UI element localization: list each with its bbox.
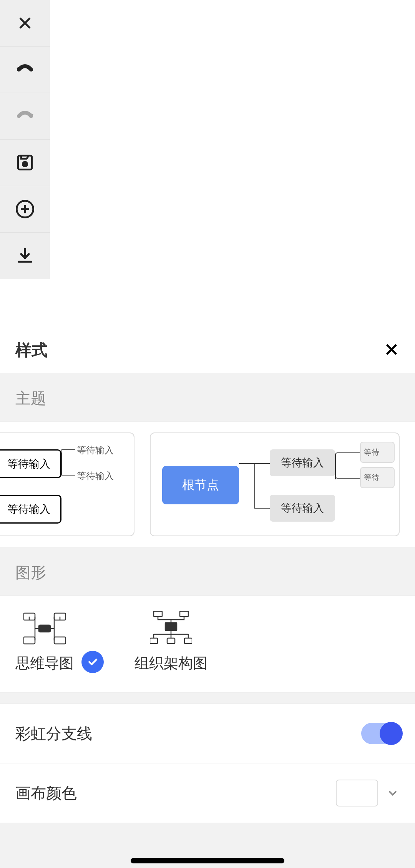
close-icon	[383, 341, 400, 358]
theme1-leaf: 等待输入	[77, 470, 114, 482]
theme-list[interactable]: 等待输入 等待输入 等待输入 等待输入 根节点 等待输入 等待输入 等待 等待	[0, 421, 415, 547]
shape-option-mindmap[interactable]: 思维导图	[15, 611, 104, 673]
shape-option-orgchart[interactable]: 组织架构图	[134, 611, 208, 673]
save-icon	[16, 153, 34, 172]
svg-rect-8	[154, 611, 162, 617]
theme2-leaf: 等待	[360, 467, 395, 488]
svg-rect-12	[167, 638, 175, 644]
mindmap-icon	[23, 611, 66, 646]
left-toolbar	[0, 0, 50, 279]
theme1-node: 等待输入	[0, 495, 61, 524]
close-button[interactable]	[0, 0, 50, 46]
svg-rect-10	[165, 623, 177, 630]
setting-rainbow-row: 彩虹分支线	[0, 703, 415, 763]
undo-button[interactable]	[0, 47, 50, 93]
svg-rect-5	[39, 625, 50, 632]
home-indicator	[131, 858, 284, 863]
svg-rect-11	[150, 638, 158, 644]
orgchart-icon	[150, 611, 192, 646]
theme2-node: 等待输入	[270, 449, 335, 476]
setting-canvas-color-row[interactable]: 画布颜色	[0, 763, 415, 823]
shape-orgchart-label: 组织架构图	[134, 653, 208, 673]
selected-check-icon	[81, 651, 104, 673]
svg-rect-13	[184, 638, 192, 644]
panel-close-button[interactable]	[383, 341, 400, 359]
rainbow-toggle[interactable]	[361, 723, 400, 744]
theme1-node: 等待输入	[0, 449, 61, 478]
download-button[interactable]	[0, 233, 50, 279]
redo-icon	[15, 109, 35, 123]
rainbow-label: 彩虹分支线	[15, 723, 92, 744]
plus-circle-icon	[15, 199, 35, 219]
redo-button[interactable]	[0, 93, 50, 139]
svg-rect-9	[180, 611, 188, 617]
canvas-color-swatch[interactable]	[336, 780, 378, 806]
undo-icon	[15, 63, 35, 76]
theme-option-1[interactable]: 等待输入 等待输入 等待输入 等待输入	[0, 432, 134, 536]
close-icon	[17, 15, 33, 32]
section-theme-label: 主题	[0, 373, 415, 421]
shape-list: 思维导图 组织架构图	[0, 595, 415, 693]
theme-option-2[interactable]: 根节点 等待输入 等待输入 等待 等待	[150, 432, 400, 536]
theme2-node: 等待输入	[270, 495, 335, 522]
canvas-color-label: 画布颜色	[15, 783, 77, 804]
panel-title: 样式	[15, 339, 48, 361]
theme1-leaf: 等待输入	[77, 444, 114, 456]
svg-rect-6	[23, 637, 35, 644]
chevron-down-icon	[386, 786, 400, 800]
section-shape-label: 图形	[0, 547, 415, 595]
add-node-button[interactable]	[0, 186, 50, 232]
svg-rect-7	[54, 637, 66, 644]
theme2-root-node: 根节点	[162, 466, 239, 504]
download-icon	[16, 246, 34, 265]
style-panel: 样式 主题 等待输入 等待输入 等待输入 等待输入 根节点 等待输入 等待输入 …	[0, 327, 415, 868]
svg-point-1	[23, 162, 27, 166]
theme2-leaf: 等待	[360, 442, 395, 463]
shape-mindmap-label: 思维导图	[15, 653, 74, 673]
panel-header: 样式	[0, 327, 415, 373]
save-button[interactable]	[0, 140, 50, 186]
